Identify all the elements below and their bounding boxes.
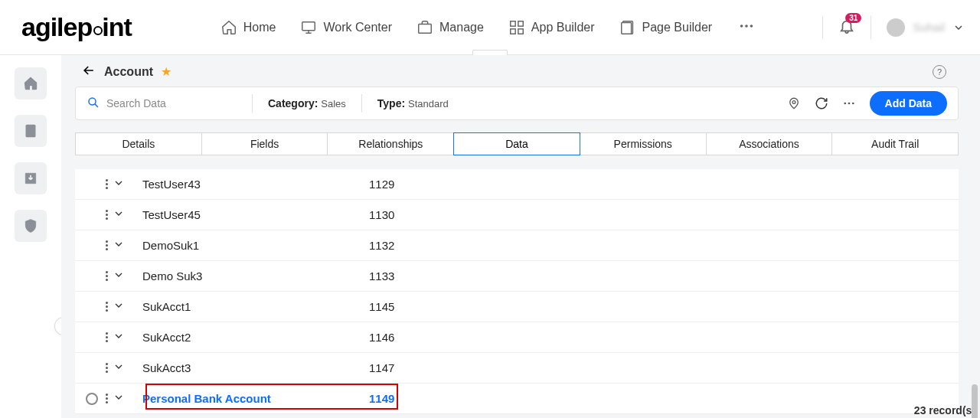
filter-bar-right: Add Data xyxy=(787,91,947,116)
tabs-row: DetailsFieldsRelationshipsDataPermission… xyxy=(75,132,959,155)
scrollbar-thumb[interactable] xyxy=(972,384,978,418)
nav-work-center[interactable]: Work Center xyxy=(296,16,397,39)
row-expand-button[interactable] xyxy=(113,238,125,253)
row-number: 1149 xyxy=(369,392,446,405)
row-name: SukAcct1 xyxy=(139,300,369,313)
left-rail xyxy=(0,55,61,418)
top-header: agilepint Home Work Center Manage App Bu… xyxy=(0,0,980,55)
row-expand-button[interactable] xyxy=(113,207,125,222)
search-input[interactable] xyxy=(106,97,237,109)
user-name-label: Suhail xyxy=(913,21,945,34)
row-actions-menu[interactable] xyxy=(106,363,108,373)
row-actions-menu[interactable] xyxy=(106,210,108,220)
grid-icon xyxy=(508,19,525,36)
rail-home-button[interactable] xyxy=(15,67,47,100)
chevron-down-icon xyxy=(952,21,965,34)
rail-download-button[interactable] xyxy=(15,162,47,194)
row-radio[interactable] xyxy=(86,393,98,405)
table-row[interactable]: TestUser451130 xyxy=(75,200,959,230)
more-options-button[interactable] xyxy=(842,96,856,110)
nav-app-builder[interactable]: App Builder xyxy=(504,16,599,39)
tab-associations[interactable]: Associations xyxy=(706,132,833,155)
row-expand-button[interactable] xyxy=(113,299,125,314)
table-row[interactable]: Demo Suk31133 xyxy=(75,261,959,292)
table-row[interactable]: TestUser431129 xyxy=(75,169,959,200)
svg-rect-2 xyxy=(419,24,432,33)
nav-label: Work Center xyxy=(323,21,392,34)
svg-point-13 xyxy=(89,98,96,105)
svg-point-11 xyxy=(750,24,753,28)
location-button[interactable] xyxy=(787,96,801,110)
row-number: 1130 xyxy=(369,208,446,221)
tab-permissions[interactable]: Permissions xyxy=(580,132,707,155)
filter-divider xyxy=(252,94,253,113)
svg-point-0 xyxy=(94,27,102,34)
nav-home[interactable]: Home xyxy=(216,16,281,39)
row-name: Personal Bank Account xyxy=(139,392,369,405)
nav-page-builder[interactable]: Page Builder xyxy=(615,16,717,39)
add-data-button[interactable]: Add Data xyxy=(870,91,947,116)
row-number: 1146 xyxy=(369,331,446,344)
category-filter: Category: Sales xyxy=(268,97,346,109)
content-area: Account ★ ? Category: Sales Type: Standa… xyxy=(61,55,980,418)
notifications-button[interactable]: 31 xyxy=(838,18,855,37)
table-row[interactable]: SukAcct21146 xyxy=(75,322,959,353)
table-row[interactable]: SukAcct31147 xyxy=(75,353,959,384)
table-row[interactable]: Personal Bank Account1149 xyxy=(75,384,959,414)
table-row[interactable]: SukAcct11145 xyxy=(75,292,959,322)
row-actions-menu[interactable] xyxy=(106,302,108,312)
svg-rect-4 xyxy=(518,21,523,25)
back-button[interactable] xyxy=(81,63,96,80)
row-expand-button[interactable] xyxy=(113,361,125,375)
row-name: SukAcct3 xyxy=(139,361,369,374)
tab-data[interactable]: Data xyxy=(453,132,580,155)
favorite-star-icon[interactable]: ★ xyxy=(161,64,172,79)
row-actions-menu[interactable] xyxy=(106,240,108,250)
help-button[interactable]: ? xyxy=(933,65,946,79)
tab-audit-trail[interactable]: Audit Trail xyxy=(831,132,959,155)
row-actions-menu[interactable] xyxy=(106,394,108,403)
row-number: 1132 xyxy=(369,239,446,252)
main-nav: Home Work Center Manage App Builder Page… xyxy=(216,16,755,39)
page-header: Account ★ ? xyxy=(61,55,972,87)
row-number: 1129 xyxy=(369,178,446,191)
briefcase-icon xyxy=(416,19,433,36)
rail-security-button[interactable] xyxy=(15,210,47,242)
row-number: 1145 xyxy=(369,300,446,313)
row-number: 1133 xyxy=(369,269,446,282)
table-row[interactable]: DemoSuk11132 xyxy=(75,230,959,261)
svg-rect-1 xyxy=(302,21,315,30)
home-icon xyxy=(220,19,237,36)
header-divider xyxy=(822,16,823,39)
row-expand-button[interactable] xyxy=(113,177,125,191)
row-actions-menu[interactable] xyxy=(106,332,108,342)
search-icon xyxy=(87,96,100,112)
row-name: DemoSuk1 xyxy=(139,239,369,252)
row-name: TestUser45 xyxy=(139,208,369,221)
row-expand-button[interactable] xyxy=(113,391,125,406)
search-area xyxy=(87,96,237,112)
row-expand-button[interactable] xyxy=(113,269,125,283)
record-count: 23 record(s) xyxy=(914,404,975,416)
brand-part-2: int xyxy=(102,12,132,42)
filter-bar: Category: Sales Type: Standard Add Data xyxy=(75,87,959,120)
refresh-button[interactable] xyxy=(815,96,828,110)
tab-fields[interactable]: Fields xyxy=(201,132,328,155)
brand-logo: agilepint xyxy=(21,12,132,42)
row-actions-menu[interactable] xyxy=(106,271,108,281)
nav-more-button[interactable] xyxy=(738,18,755,37)
rail-page-button[interactable] xyxy=(15,115,47,147)
nav-manage[interactable]: Manage xyxy=(412,16,488,39)
row-name: TestUser43 xyxy=(139,178,369,191)
row-expand-button[interactable] xyxy=(113,330,125,345)
row-number: 1147 xyxy=(369,361,446,374)
filter-divider xyxy=(361,94,362,113)
nav-label: Home xyxy=(243,21,276,34)
tab-details[interactable]: Details xyxy=(75,132,202,155)
tab-relationships[interactable]: Relationships xyxy=(327,132,454,155)
user-menu[interactable]: Suhail xyxy=(887,18,965,37)
avatar-icon xyxy=(887,18,905,37)
svg-rect-6 xyxy=(518,28,523,33)
row-actions-menu[interactable] xyxy=(106,179,108,189)
svg-rect-12 xyxy=(26,126,35,137)
